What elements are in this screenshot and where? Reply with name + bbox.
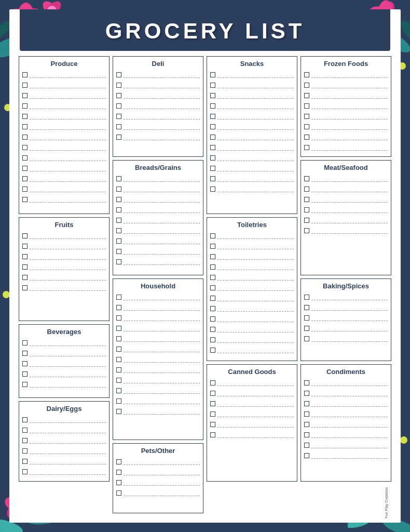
checkbox[interactable] xyxy=(210,233,215,238)
checkbox[interactable] xyxy=(304,401,309,406)
checkbox[interactable] xyxy=(210,166,215,171)
checkbox[interactable] xyxy=(22,135,28,140)
checkbox[interactable] xyxy=(304,187,309,192)
checkbox[interactable] xyxy=(210,187,215,192)
checkbox[interactable] xyxy=(210,337,215,342)
checkbox[interactable] xyxy=(22,187,28,192)
checkbox[interactable] xyxy=(304,326,309,331)
checkbox[interactable] xyxy=(304,114,309,119)
checkbox[interactable] xyxy=(210,411,215,417)
checkbox[interactable] xyxy=(116,83,121,88)
checkbox[interactable] xyxy=(116,238,121,244)
checkbox[interactable] xyxy=(304,207,309,212)
checkbox[interactable] xyxy=(22,285,28,290)
checkbox[interactable] xyxy=(304,72,309,77)
checkbox[interactable] xyxy=(210,306,215,311)
checkbox[interactable] xyxy=(304,218,309,223)
checkbox[interactable] xyxy=(210,135,215,140)
checkbox[interactable] xyxy=(210,264,215,270)
checkbox[interactable] xyxy=(22,72,28,77)
checkbox[interactable] xyxy=(210,401,215,406)
checkbox[interactable] xyxy=(116,326,121,331)
checkbox[interactable] xyxy=(116,490,121,496)
checkbox[interactable] xyxy=(116,124,121,129)
checkbox[interactable] xyxy=(210,285,215,290)
checkbox[interactable] xyxy=(116,459,121,464)
checkbox[interactable] xyxy=(22,124,28,129)
checkbox[interactable] xyxy=(210,176,215,181)
checkbox[interactable] xyxy=(210,432,215,437)
checkbox[interactable] xyxy=(116,295,121,300)
checkbox[interactable] xyxy=(22,93,28,98)
checkbox[interactable] xyxy=(304,93,309,98)
checkbox[interactable] xyxy=(22,155,28,161)
checkbox[interactable] xyxy=(210,155,215,161)
checkbox[interactable] xyxy=(304,422,309,427)
checkbox[interactable] xyxy=(116,480,121,485)
checkbox[interactable] xyxy=(22,166,28,171)
checkbox[interactable] xyxy=(22,469,28,474)
checkbox[interactable] xyxy=(304,176,309,181)
checkbox[interactable] xyxy=(210,124,215,129)
checkbox[interactable] xyxy=(304,380,309,385)
checkbox[interactable] xyxy=(210,145,215,150)
checkbox[interactable] xyxy=(210,348,215,353)
checkbox[interactable] xyxy=(116,367,121,373)
checkbox[interactable] xyxy=(116,103,121,109)
checkbox[interactable] xyxy=(210,327,215,332)
checkbox[interactable] xyxy=(210,296,215,301)
checkbox[interactable] xyxy=(22,351,28,356)
checkbox[interactable] xyxy=(116,305,121,310)
checkbox[interactable] xyxy=(22,275,28,280)
checkbox[interactable] xyxy=(116,388,121,393)
checkbox[interactable] xyxy=(304,443,309,448)
checkbox[interactable] xyxy=(116,259,121,264)
checkbox[interactable] xyxy=(210,422,215,427)
checkbox[interactable] xyxy=(304,145,309,150)
checkbox[interactable] xyxy=(304,197,309,202)
checkbox[interactable] xyxy=(22,459,28,464)
checkbox[interactable] xyxy=(304,315,309,321)
checkbox[interactable] xyxy=(116,336,121,341)
checkbox[interactable] xyxy=(116,114,121,119)
checkbox[interactable] xyxy=(116,72,121,77)
checkbox[interactable] xyxy=(304,83,309,88)
checkbox[interactable] xyxy=(304,391,309,396)
checkbox[interactable] xyxy=(210,83,215,88)
checkbox[interactable] xyxy=(116,378,121,383)
checkbox[interactable] xyxy=(116,135,121,140)
checkbox[interactable] xyxy=(304,453,309,458)
checkbox[interactable] xyxy=(116,176,121,181)
checkbox[interactable] xyxy=(22,361,28,366)
checkbox[interactable] xyxy=(210,103,215,109)
checkbox[interactable] xyxy=(22,233,28,238)
checkbox[interactable] xyxy=(116,315,121,321)
checkbox[interactable] xyxy=(304,295,309,300)
checkbox[interactable] xyxy=(304,432,309,437)
checkbox[interactable] xyxy=(304,411,309,417)
checkbox[interactable] xyxy=(22,371,28,377)
checkbox[interactable] xyxy=(210,114,215,119)
checkbox[interactable] xyxy=(116,197,121,202)
checkbox[interactable] xyxy=(304,305,309,310)
checkbox[interactable] xyxy=(22,197,28,202)
checkbox[interactable] xyxy=(210,244,215,249)
checkbox[interactable] xyxy=(22,103,28,109)
checkbox[interactable] xyxy=(22,114,28,119)
checkbox[interactable] xyxy=(22,176,28,181)
checkbox[interactable] xyxy=(22,417,28,422)
checkbox[interactable] xyxy=(22,382,28,387)
checkbox[interactable] xyxy=(22,244,28,249)
checkbox[interactable] xyxy=(116,357,121,362)
checkbox[interactable] xyxy=(304,103,309,109)
checkbox[interactable] xyxy=(210,380,215,385)
checkbox[interactable] xyxy=(22,83,28,88)
checkbox[interactable] xyxy=(210,93,215,98)
checkbox[interactable] xyxy=(116,249,121,254)
checkbox[interactable] xyxy=(22,438,28,443)
checkbox[interactable] xyxy=(210,391,215,396)
checkbox[interactable] xyxy=(116,207,121,212)
checkbox[interactable] xyxy=(304,228,309,233)
checkbox[interactable] xyxy=(22,340,28,345)
checkbox[interactable] xyxy=(22,254,28,259)
